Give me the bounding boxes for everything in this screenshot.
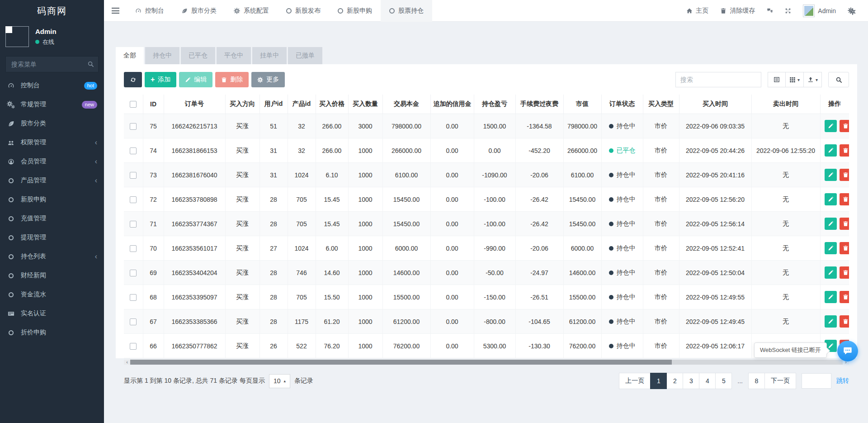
row-checkbox[interactable] bbox=[130, 343, 137, 350]
row-edit-button[interactable] bbox=[825, 266, 837, 279]
sidebar-search-input[interactable] bbox=[5, 56, 99, 72]
clear-cache-button[interactable]: 清除缓存 bbox=[714, 0, 761, 22]
prev-page-button[interactable]: 上一页 bbox=[619, 373, 651, 389]
page-button-3[interactable]: 3 bbox=[683, 373, 699, 389]
sidebar-item-recharge[interactable]: 充值管理 bbox=[0, 209, 104, 228]
jump-page-input[interactable] bbox=[802, 373, 831, 389]
row-delete-button[interactable] bbox=[840, 291, 849, 303]
row-delete-button[interactable] bbox=[840, 169, 849, 181]
header-id[interactable]: ID bbox=[143, 95, 164, 114]
row-edit-button[interactable] bbox=[825, 169, 837, 181]
table-search-input[interactable] bbox=[675, 72, 761, 87]
user-menu[interactable]: Admin bbox=[797, 0, 842, 22]
fullscreen-button[interactable] bbox=[779, 0, 797, 22]
header-buy-type[interactable]: 买入类型 bbox=[643, 95, 679, 114]
header-fee[interactable]: 手续费过夜费 bbox=[515, 95, 563, 114]
scrollbar-track[interactable] bbox=[130, 360, 843, 365]
header-product-id[interactable]: 产品id bbox=[288, 95, 316, 114]
chat-fab-button[interactable] bbox=[837, 341, 858, 361]
sidebar-item-products[interactable]: 产品管理 ‹ bbox=[0, 171, 104, 190]
page-button-2[interactable]: 2 bbox=[666, 373, 683, 389]
row-checkbox[interactable] bbox=[130, 294, 137, 301]
header-direction[interactable]: 买入方向 bbox=[225, 95, 259, 114]
row-checkbox[interactable] bbox=[130, 196, 137, 203]
header-sell-time[interactable]: 卖出时间 bbox=[751, 95, 820, 114]
topnav-ipo-subscribe[interactable]: 新股申购 bbox=[329, 0, 381, 22]
row-checkbox[interactable] bbox=[130, 123, 137, 130]
add-button[interactable]: +添加 bbox=[145, 72, 176, 87]
tab-pending[interactable]: 挂单中 bbox=[252, 47, 287, 64]
header-order-no[interactable]: 订单号 bbox=[164, 95, 225, 114]
page-size-select[interactable]: 10▴ bbox=[269, 374, 290, 388]
topnav-stock-positions[interactable]: 股票持仓 bbox=[381, 0, 432, 22]
home-button[interactable]: 主页 bbox=[680, 0, 714, 22]
page-button-8[interactable]: 8 bbox=[748, 373, 765, 389]
sidebar-item-dashboard[interactable]: 控制台 hot bbox=[0, 76, 104, 95]
row-checkbox[interactable] bbox=[130, 318, 137, 325]
sidebar-item-finance-news[interactable]: 财经新闻 bbox=[0, 266, 104, 285]
tab-holding[interactable]: 持仓中 bbox=[145, 47, 179, 64]
row-delete-button[interactable] bbox=[840, 266, 849, 279]
header-buy-price[interactable]: 买入价格 bbox=[316, 95, 348, 114]
sidebar-item-identity-verify[interactable]: 实名认证 bbox=[0, 304, 104, 323]
row-checkbox[interactable] bbox=[130, 221, 137, 228]
header-status[interactable]: 订单状态 bbox=[601, 95, 643, 114]
sidebar-item-discount-subscribe[interactable]: 折价申购 bbox=[0, 323, 104, 342]
header-principal[interactable]: 交易本金 bbox=[382, 95, 430, 114]
advanced-search-button[interactable] bbox=[828, 72, 849, 87]
row-delete-button[interactable] bbox=[840, 218, 849, 230]
scroll-left-icon[interactable]: ‹ bbox=[124, 360, 130, 365]
tab-closed[interactable]: 已平仓 bbox=[181, 47, 215, 64]
topnav-dashboard[interactable]: 控制台 bbox=[127, 0, 173, 22]
row-checkbox[interactable] bbox=[130, 147, 137, 154]
row-delete-button[interactable] bbox=[840, 315, 849, 328]
select-all-checkbox[interactable] bbox=[130, 101, 137, 108]
row-checkbox[interactable] bbox=[130, 270, 137, 276]
header-buy-time[interactable]: 买入时间 bbox=[679, 95, 751, 114]
more-button[interactable]: 更多 bbox=[251, 72, 285, 87]
row-delete-button[interactable] bbox=[840, 242, 849, 254]
row-delete-button[interactable] bbox=[840, 120, 849, 132]
settings-button[interactable] bbox=[842, 0, 862, 22]
row-edit-button[interactable] bbox=[825, 120, 837, 132]
row-delete-button[interactable] bbox=[840, 193, 849, 205]
sidebar-item-general[interactable]: 常规管理 new bbox=[0, 95, 104, 114]
row-checkbox[interactable] bbox=[130, 245, 137, 252]
header-buy-qty[interactable]: 买入数量 bbox=[348, 95, 382, 114]
sidebar-item-market-category[interactable]: 股市分类 bbox=[0, 114, 104, 133]
topnav-system-config[interactable]: 系统配置 bbox=[225, 0, 278, 22]
header-user-id[interactable]: 用户id bbox=[259, 95, 288, 114]
edit-button[interactable]: 编辑 bbox=[179, 72, 212, 87]
tab-closing[interactable]: 平仓中 bbox=[217, 47, 251, 64]
brand-logo[interactable]: 码商网 bbox=[0, 0, 104, 22]
sidebar-item-members[interactable]: 会员管理 ‹ bbox=[0, 152, 104, 171]
page-button-4[interactable]: 4 bbox=[699, 373, 716, 389]
sidebar-item-fund-flow[interactable]: 资金流水 bbox=[0, 285, 104, 304]
row-edit-button[interactable] bbox=[825, 218, 837, 230]
header-profit[interactable]: 持仓盈亏 bbox=[474, 95, 515, 114]
sidebar-item-positions[interactable]: 持仓列表 ‹ bbox=[0, 247, 104, 266]
row-checkbox[interactable] bbox=[130, 172, 137, 179]
header-market-value[interactable]: 市值 bbox=[563, 95, 601, 114]
page-button-1[interactable]: 1 bbox=[650, 373, 667, 389]
topnav-market-category[interactable]: 股市分类 bbox=[173, 0, 225, 22]
export-button[interactable]: ▾ bbox=[803, 72, 822, 87]
detail-view-button[interactable] bbox=[768, 72, 786, 87]
row-edit-button[interactable] bbox=[825, 193, 837, 205]
menu-toggle-icon[interactable] bbox=[104, 0, 127, 22]
sidebar-item-ipo-subscribe[interactable]: 新股申购 bbox=[0, 190, 104, 209]
header-credit[interactable]: 追加的信用金 bbox=[430, 95, 474, 114]
scrollbar-thumb[interactable] bbox=[130, 360, 672, 365]
horizontal-scrollbar[interactable]: ‹ › bbox=[124, 360, 849, 365]
topnav-ipo-publish[interactable]: 新股发布 bbox=[278, 0, 329, 22]
sidebar-item-withdraw[interactable]: 提现管理 bbox=[0, 228, 104, 247]
page-button-5[interactable]: 5 bbox=[715, 373, 732, 389]
row-edit-button[interactable] bbox=[825, 315, 837, 328]
columns-button[interactable]: ▾ bbox=[785, 72, 804, 87]
tab-all[interactable]: 全部 bbox=[116, 47, 144, 64]
row-edit-button[interactable] bbox=[825, 144, 837, 157]
language-button[interactable] bbox=[761, 0, 779, 22]
row-edit-button[interactable] bbox=[825, 291, 837, 303]
sidebar-item-permissions[interactable]: 权限管理 ‹ bbox=[0, 133, 104, 152]
row-edit-button[interactable] bbox=[825, 242, 837, 254]
